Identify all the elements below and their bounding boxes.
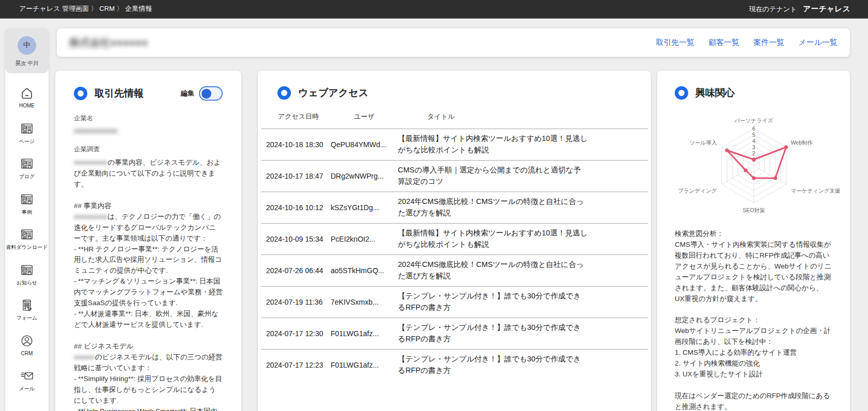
tenant-indicator: 現在のテナント アーチャレス [749, 4, 850, 14]
access-user-id: kSZsYGt1Dg... [331, 203, 398, 212]
header-links: 取引先一覧顧客一覧案件一覧メール一覧 [656, 38, 838, 48]
access-datetime: 2024-10-17 18:47 [266, 172, 331, 180]
sidebar-item-crm[interactable]: CRM [5, 333, 49, 357]
access-user-id: F01LWG1afz... [331, 361, 398, 369]
redacted-text: ●●●●● [74, 353, 95, 361]
web-access-row[interactable]: 2024-07-17 12:30F01LWG1afz...【テンプレ・サンプル付… [261, 318, 648, 349]
redacted-company-name: 株式会社●●●●●● [69, 36, 148, 50]
sidebar-item-label: HOME [5, 103, 49, 109]
page-header: 株式会社●●●●●● 取引先一覧顧客一覧案件一覧メール一覧 [57, 28, 850, 57]
sidebar-item-download[interactable]: 資料ダウンロード [5, 227, 49, 250]
web-access-row[interactable]: 2024-10-17 18:47DRg2wNWPrg...CMSの導入手順｜選定… [261, 160, 648, 192]
person-icon [5, 333, 49, 349]
avatar-initial: 中 [23, 41, 30, 50]
user-name: 晃次 中川 [7, 60, 47, 67]
redacted-text: ●●●●●●●● [74, 159, 107, 166]
company-research-label: 企業調査 [74, 145, 223, 154]
web-access-column-headers: アクセス日時 ユーザ タイトル [266, 112, 636, 121]
section-ring-icon [74, 87, 87, 100]
sidebar-item-blog[interactable]: ブログ [5, 156, 49, 180]
sidebar-item-mail[interactable]: メール [5, 368, 49, 392]
access-user-id: QePU84YMWd... [331, 140, 398, 149]
account-card-title: 取引先情報 [95, 87, 144, 100]
sidebar-item-page[interactable]: ページ [5, 121, 49, 145]
sidebar-item-label: CRM [5, 351, 49, 357]
column-header-datetime: アクセス日時 [266, 112, 331, 121]
company-name-label: 企業名 [74, 114, 223, 123]
link-partner-list[interactable]: 取引先一覧 [656, 38, 694, 48]
sidebar-item-label: メール [5, 386, 49, 392]
form-icon [5, 297, 49, 313]
edit-label: 編集 [181, 89, 194, 98]
access-datetime: 2024-07-17 12:30 [266, 329, 331, 338]
access-page-title: 【テンプレ・サンプル付き！】誰でも30分で作成できるRFPの書き方 [398, 322, 588, 345]
sidebar-nav: HOMEページブログ事例資料ダウンロードお知らせフォームCRMメール [5, 85, 49, 392]
access-datetime: 2024-07-17 12:23 [266, 361, 331, 369]
column-header-user: ユーザ [331, 112, 398, 121]
page-icon [5, 227, 49, 242]
sidebar-item-case[interactable]: 事例 [5, 192, 49, 215]
access-user-id: 7eKIVSxmxb... [331, 298, 398, 306]
web-access-row[interactable]: 2024-07-17 12:23F01LWG1afz...【テンプレ・サンプル付… [261, 349, 648, 381]
web-access-card-title: ウェブアクセス [298, 86, 368, 100]
svg-text:2: 2 [752, 150, 755, 156]
web-access-card-head: ウェブアクセス [277, 86, 651, 100]
access-page-title: 2024年CMS徹底比較！CMSツールの特徴と自社に合った選び方を解説 [398, 259, 588, 282]
web-access-row[interactable]: 2024-10-18 18:30QePU84YMWd...【最新情報】サイト内検… [261, 129, 648, 160]
page-icon [5, 121, 49, 136]
page-icon [5, 156, 49, 171]
interest-card-head: 興味関心 [675, 86, 832, 100]
web-access-row[interactable]: 2024-07-19 11:367eKIVSxmxb...【テンプレ・サンプル付… [261, 286, 648, 318]
access-page-title: 2024年CMS徹底比較！CMSツールの特徴と自社に合った選び方を解説 [398, 196, 588, 219]
access-datetime: 2024-07-26 06:44 [266, 266, 331, 275]
sidebar-item-form[interactable]: フォーム [5, 297, 49, 321]
interest-analysis-text: 検索意図分析： CMS導入・サイト内検索実装に関する情報収集が複数回行われており… [675, 229, 832, 411]
svg-text:3: 3 [752, 144, 755, 150]
svg-text:SEO対策: SEO対策 [742, 207, 765, 213]
account-info-card: 取引先情報 編集 企業名 ●●●●●●●●●● 企業調査 ●●●●●●●●の事業… [55, 71, 241, 411]
access-page-title: 【最新情報】サイト内検索ツールおすすめ10選！見逃しがちな比較ポイントも解説 [398, 133, 588, 156]
access-user-id: DRg2wNWPrg... [331, 172, 398, 180]
section-ring-icon [277, 86, 291, 100]
svg-text:5: 5 [752, 132, 755, 138]
sidebar-item-label: お知らせ [5, 280, 49, 286]
sidebar-item-news[interactable]: お知らせ [5, 262, 49, 286]
svg-text:パーソナライズ: パーソナライズ [734, 117, 773, 123]
svg-text:4: 4 [752, 138, 755, 144]
sidebar: 中 晃次 中川 HOMEページブログ事例資料ダウンロードお知らせフォームCRMメ… [5, 28, 49, 411]
sidebar-user-card[interactable]: 中 晃次 中川 [5, 28, 49, 73]
interest-radar-chart: 123456パーソナライズWeb制作マーケティング支援SEO対策ブランディングツ… [666, 105, 842, 222]
web-access-table: 2024-10-18 18:30QePU84YMWd...【最新情報】サイト内検… [258, 129, 651, 381]
breadcrumb[interactable]: アーチャレス 管理画面 〉 CRM 〉 企業情報 [19, 4, 152, 13]
redacted-text: ●●●●●●●● [74, 213, 107, 220]
access-user-id: ao5STkHmGQ... [331, 266, 398, 275]
access-datetime: 2024-07-19 11:36 [266, 298, 331, 306]
company-research-text: ●●●●●●●●の事業内容、ビジネスモデル、および企業動向について以下のように説… [74, 157, 223, 411]
web-access-row[interactable]: 2024-10-16 10:12kSZsYGt1Dg...2024年CMS徹底比… [261, 192, 648, 223]
account-card-head: 取引先情報 編集 [74, 86, 223, 101]
link-mail-list[interactable]: メール一覧 [798, 38, 838, 48]
svg-text:ブランディング: ブランディング [678, 187, 717, 194]
tenant-label: 現在のテナント [749, 5, 797, 14]
svg-text:ツール導入: ツール導入 [690, 139, 717, 146]
avatar: 中 [18, 36, 36, 55]
access-datetime: 2024-10-16 10:12 [266, 203, 331, 212]
tenant-name: アーチャレス [803, 4, 850, 14]
mail-icon [5, 368, 49, 384]
page-icon [5, 192, 49, 207]
access-page-title: 【テンプレ・サンプル付き！】誰でも30分で作成できるRFPの書き方 [398, 354, 588, 376]
page-icon [5, 262, 49, 278]
link-case-list[interactable]: 案件一覧 [753, 38, 784, 48]
home-icon [5, 85, 49, 101]
web-access-card: ウェブアクセス アクセス日時 ユーザ タイトル 2024-10-18 18:30… [258, 71, 651, 411]
section-ring-icon [675, 86, 688, 100]
link-customer-list[interactable]: 顧客一覧 [708, 38, 739, 48]
sidebar-item-home[interactable]: HOME [5, 85, 49, 109]
interest-card-title: 興味関心 [695, 86, 735, 100]
svg-text:6: 6 [752, 125, 755, 132]
web-access-row[interactable]: 2024-10-09 15:34PcEI2knOI2...【最新情報】サイト内検… [261, 223, 648, 255]
access-page-title: 【最新情報】サイト内検索ツールおすすめ10選！見逃しがちな比較ポイントも解説 [398, 228, 588, 250]
edit-toggle[interactable] [199, 86, 223, 101]
access-user-id: PcEI2knOI2... [331, 235, 398, 243]
web-access-row[interactable]: 2024-07-26 06:44ao5STkHmGQ...2024年CMS徹底比… [261, 255, 648, 286]
